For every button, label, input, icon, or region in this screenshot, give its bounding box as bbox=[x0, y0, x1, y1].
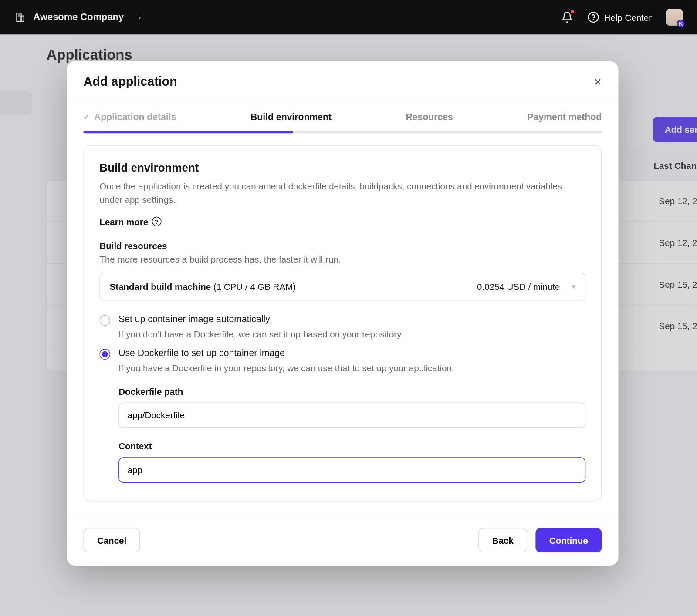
build-machine-select[interactable]: Standard build machine (1 CPU / 4 GB RAM… bbox=[99, 273, 585, 300]
dockerfile-path-input[interactable] bbox=[118, 402, 585, 428]
close-icon[interactable]: ✕ bbox=[594, 76, 602, 87]
context-label: Context bbox=[118, 441, 585, 451]
help-icon: ? bbox=[152, 217, 161, 226]
step-application-details[interactable]: Application details bbox=[83, 112, 176, 131]
context-input[interactable] bbox=[118, 457, 585, 483]
add-application-modal: Add application ✕ Application details Bu… bbox=[67, 61, 618, 566]
radio-dockerfile[interactable] bbox=[99, 349, 110, 360]
radio-auto-label: Set up container image automatically bbox=[118, 313, 270, 324]
step-resources[interactable]: Resources bbox=[406, 112, 453, 131]
section-title: Build environment bbox=[99, 162, 585, 175]
company-name[interactable]: Awesome Company bbox=[34, 12, 124, 23]
help-icon bbox=[587, 11, 599, 23]
step-payment-method[interactable]: Payment method bbox=[527, 112, 602, 131]
continue-button[interactable]: Continue bbox=[535, 528, 602, 552]
learn-more-link[interactable]: Learn more ? bbox=[99, 216, 161, 226]
stepper: Application details Build environment Re… bbox=[67, 101, 618, 131]
help-center-link[interactable]: Help Center bbox=[587, 11, 652, 23]
modal-title: Add application bbox=[83, 74, 177, 89]
radio-dockerfile-label: Use Dockerfile to set up container image bbox=[118, 347, 285, 358]
back-button[interactable]: Back bbox=[478, 528, 527, 552]
step-build-environment[interactable]: Build environment bbox=[250, 112, 332, 131]
radio-auto-container[interactable] bbox=[99, 315, 110, 326]
chevron-down-icon[interactable]: ▾ bbox=[138, 14, 141, 20]
section-subtitle: Once the application is created you can … bbox=[99, 179, 585, 207]
svg-point-5 bbox=[593, 20, 593, 20]
building-icon bbox=[14, 11, 26, 23]
dockerfile-path-label: Dockerfile path bbox=[118, 386, 585, 396]
build-resources-label: Build resources bbox=[99, 240, 585, 250]
chevron-down-icon: ▾ bbox=[572, 283, 575, 290]
cancel-button[interactable]: Cancel bbox=[83, 528, 140, 552]
svg-rect-1 bbox=[21, 16, 24, 21]
top-header: Awesome Company ▾ Help Center K bbox=[0, 0, 697, 34]
progress-bar bbox=[83, 131, 602, 133]
notifications-icon[interactable] bbox=[561, 11, 573, 23]
avatar[interactable]: K bbox=[666, 9, 683, 26]
build-resources-help: The more resources a build process has, … bbox=[99, 254, 585, 264]
